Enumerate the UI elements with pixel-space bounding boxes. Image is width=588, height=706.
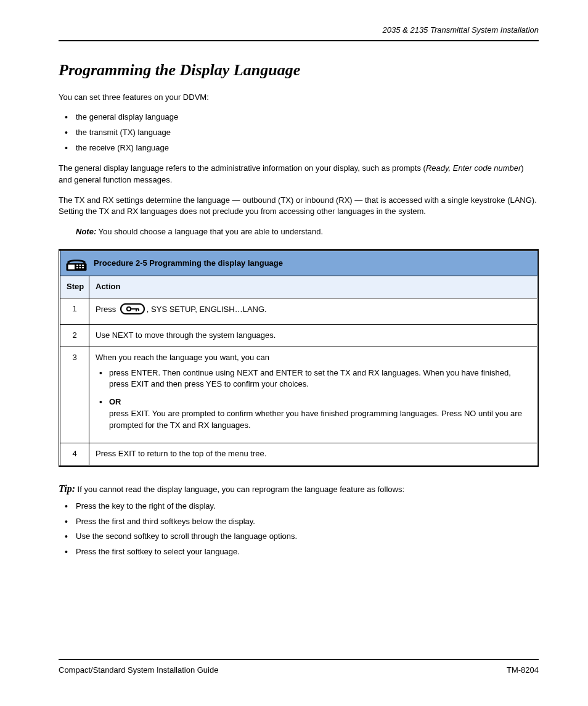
step-action: When you reach the language you want, yo…: [89, 347, 538, 443]
svg-rect-4: [82, 265, 84, 266]
list-item: press ENTER. Then continue using NEXT an…: [96, 367, 531, 391]
footer-rule: [59, 659, 539, 660]
note-label: Note:: [76, 227, 96, 236]
tip-bullet-list: Press the key to the right of the displa…: [59, 501, 539, 558]
running-header: 2035 & 2135 Transmittal System Installat…: [59, 25, 539, 36]
step-action: Press , SYS SETUP, ENGLISH…LANG.: [89, 298, 538, 324]
procedure-table: Procedure 2-5 Programming the display la…: [59, 249, 539, 466]
list-item: Press the key to the right of the displa…: [59, 501, 539, 512]
svg-rect-5: [76, 267, 78, 268]
column-header-action: Action: [89, 276, 538, 298]
footer-left: Compact/Standard System Installation Gui…: [59, 665, 218, 676]
procedure-title-row: Procedure 2-5 Programming the display la…: [60, 250, 538, 276]
header-rule: [59, 40, 539, 41]
list-item: Use the second softkey to scroll through…: [59, 531, 539, 543]
table-row: 3 When you reach the language you want, …: [60, 347, 538, 443]
svg-rect-3: [80, 265, 81, 266]
table-row: 4 Press EXIT to return to the top of the…: [60, 443, 538, 466]
or-label: OR: [109, 396, 531, 408]
tip-text: If you cannot read the display language,…: [78, 485, 404, 494]
step-number: 1: [60, 298, 89, 324]
svg-rect-2: [76, 265, 78, 266]
list-item: OR press EXIT. You are prompted to confi…: [96, 396, 531, 432]
column-header-step: Step: [60, 276, 89, 298]
step-number: 4: [60, 443, 89, 466]
note-text: You should choose a language that you ar…: [96, 227, 323, 236]
svg-rect-6: [80, 267, 81, 268]
step-action: Use NEXT to move through the system lang…: [89, 324, 538, 347]
feature-bullet-list: the general display language the transmi…: [59, 112, 539, 154]
step-action: Press EXIT to return to the top of the m…: [89, 443, 538, 466]
list-item: Press the first and third softkeys below…: [59, 516, 539, 528]
list-item: the general display language: [59, 112, 539, 123]
list-item: the receive (RX) language: [59, 142, 539, 154]
list-item: the transmit (TX) language: [59, 127, 539, 139]
note-block: Note: You should choose a language that …: [76, 226, 539, 238]
table-row: 1 Press , SYS SETUP, ENGLISH…LANG.: [60, 298, 538, 324]
svg-rect-1: [68, 265, 75, 269]
key-button-icon: [120, 303, 145, 319]
intro-paragraph: You can set three features on your DDVM:: [59, 92, 539, 104]
telephone-icon: [65, 255, 88, 272]
tip-label: Tip:: [59, 483, 75, 494]
table-header-row: Step Action: [60, 276, 538, 298]
step-number: 2: [60, 324, 89, 347]
list-item: Press the first softkey to select your l…: [59, 546, 539, 558]
table-row: 2 Use NEXT to move through the system la…: [60, 324, 538, 347]
explain-paragraph-1: The general display language refers to t…: [59, 163, 539, 186]
page-footer: Compact/Standard System Installation Gui…: [59, 659, 539, 676]
procedure-title: Procedure 2-5 Programming the display la…: [94, 258, 283, 269]
svg-rect-7: [82, 267, 84, 268]
section-title: Programming the Display Language: [59, 59, 539, 82]
tip-block: Tip: If you cannot read the display lang…: [59, 482, 539, 496]
footer-right: TM-8204: [507, 665, 539, 676]
step-number: 3: [60, 347, 89, 443]
explain-paragraph-2: The TX and RX settings determine the lan…: [59, 195, 539, 218]
